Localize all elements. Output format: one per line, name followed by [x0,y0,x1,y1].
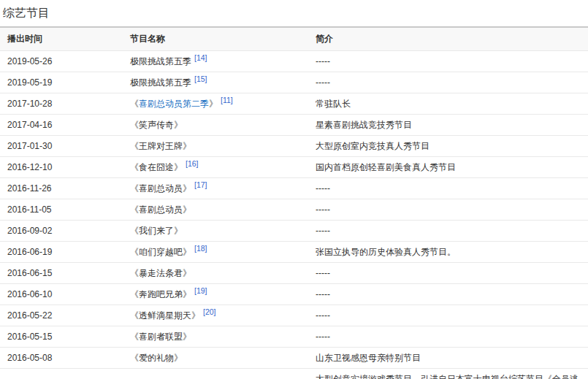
book-title-close-mark: 》 [183,204,191,215]
book-title-open-mark: 《 [130,204,139,215]
reference-link[interactable]: [20] [203,307,216,316]
program-title-text: 极限挑战第五季 [130,56,191,66]
book-title-open-mark: 《 [130,310,139,321]
book-title-close-mark: 》 [183,183,191,194]
table-row: 2016-06-15《暴走法条君》----- [0,263,588,284]
column-header-intro: 简介 [308,27,588,51]
air-date-cell: 2019-05-26 [0,51,123,72]
intro-cell: 星素喜剧挑战竞技秀节目 [308,115,588,136]
table-row: 2016-06-19《咱们穿越吧》[18]张国立执导的历史体验真人秀节目。 [0,242,588,263]
program-name-cell: 《咱们穿越吧》[18] [123,242,308,263]
program-title-text: 咱们穿越吧 [139,247,183,257]
intro-cell: ----- [308,199,588,221]
table-row: 2019-05-19极限挑战第五季[15]----- [0,72,588,93]
program-name-cell: 《喜剧总动员》[17] [123,178,308,199]
book-title-close-mark: 》 [191,310,200,321]
program-title-text: 喜剧者联盟 [139,332,183,342]
reference-link[interactable]: [18] [194,244,207,253]
book-title-open-mark: 《 [130,268,139,278]
air-date-cell: 2016-06-15 [0,263,123,284]
reference-link[interactable]: [19] [194,286,207,295]
air-date-cell: 2016-11-05 [0,199,123,221]
air-date-cell: 2017-01-30 [0,136,123,157]
intro-cell: 大型原创室内竞技真人秀节目 [308,136,588,157]
air-date-cell: 2016-12-10 [0,157,123,178]
air-date-cell: 2016-06-19 [0,242,123,263]
intro-cell: ----- [308,305,588,326]
table-row: 2016-05-08《爱的礼物》山东卫视感恩母亲特别节目 [0,348,588,369]
intro-cell: ----- [308,221,588,242]
program-name-cell: 《王牌对王牌》 [123,136,308,157]
book-title-open-mark: 《 [130,141,139,151]
intro-cell: 山东卫视感恩母亲特别节目 [308,348,588,369]
program-title-text: 奔跑吧兄弟 [139,289,183,299]
intro-cell: ----- [308,263,588,284]
intro-cell: 常驻队长 [308,93,588,115]
program-title-text: 王牌对王牌 [139,141,183,151]
book-title-open-mark: 《 [130,183,139,194]
table-row: 2017-04-16《笑声传奇》星素喜剧挑战竞技秀节目 [0,115,588,136]
program-name-cell: 《笑声传奇》 [123,115,308,136]
program-name-cell: 极限挑战第五季[15] [123,72,308,93]
book-title-open-mark: 《 [130,99,139,109]
book-title-open-mark: 《 [130,120,139,130]
column-header-air-date: 播出时间 [0,27,123,51]
book-title-close-mark: 》 [174,162,183,172]
intro-cell: 国内首档原创轻喜剧美食真人秀节目 [308,157,588,178]
table-header: 播出时间 节目名称 简介 [0,27,588,51]
variety-shows-table: 播出时间 节目名称 简介 2019-05-26极限挑战第五季[14]-----2… [0,26,588,379]
program-name-cell: 极限挑战第五季[14] [123,51,308,72]
program-title-text: 喜剧总动员 [139,204,183,215]
book-title-open-mark: 《 [130,332,139,342]
air-date-cell: 2016-05-22 [0,305,123,326]
program-name-cell: 《暴走法条君》 [123,263,308,284]
book-title-close-mark: 》 [183,332,191,342]
intro-cell: 大型创意实境游戏秀节目，引进自日本富士电视台综艺节目《全员逃走中》 [308,369,588,379]
book-title-close-mark: 》 [183,289,191,299]
table-row: 2016-09-02《我们来了》----- [0,221,588,242]
program-title-text: 喜剧总动员 [139,183,183,194]
shows-table-body: 2019-05-26极限挑战第五季[14]-----2019-05-19极限挑战… [0,51,588,379]
reference-link[interactable]: [15] [194,74,207,83]
program-title-text: 爱的礼物 [139,353,174,363]
program-name-cell: 《透鲜滴星期天》[20] [123,305,308,326]
air-date-cell: 2017-04-16 [0,115,123,136]
air-date-cell: 2016-06-10 [0,284,123,305]
air-date-cell: 2019-05-19 [0,72,123,93]
reference-link[interactable]: [16] [186,159,199,168]
table-row: 2016-12-10《食在囧途》[16]国内首档原创轻喜剧美食真人秀节目 [0,157,588,178]
table-row: 2019-05-26极限挑战第五季[14]----- [0,51,588,72]
program-title-text: 透鲜滴星期天 [139,310,191,321]
program-name-cell: 《奔跑吧兄弟》[19] [123,284,308,305]
program-name-cell: 《喜剧总动员第二季》[11] [123,93,308,115]
intro-cell: 张国立执导的历史体验真人秀节目。 [308,242,588,263]
program-name-cell: 《爱的礼物》 [123,348,308,369]
program-title-link[interactable]: 喜剧总动员第二季 [139,99,209,109]
book-title-close-mark: 》 [183,247,191,257]
reference-link[interactable]: [17] [194,180,207,189]
book-title-open-mark: 《 [130,226,139,236]
table-row: 2016-05-15《喜剧者联盟》----- [0,326,588,348]
air-date-cell: 2016-05-15 [0,326,123,348]
air-date-cell: 2017-10-28 [0,93,123,115]
table-row: 2016-11-05《喜剧总动员》----- [0,199,588,221]
program-title-text: 暴走法条君 [139,268,183,278]
air-date-cell: 2016-11-26 [0,178,123,199]
program-name-cell: 《喜剧者联盟》 [123,326,308,348]
reference-link[interactable]: [11] [221,96,233,104]
table-row: 2016-04-29《全员加速中》[21]大型创意实境游戏秀节目，引进自日本富士… [0,369,588,379]
table-row: 2016-05-22《透鲜滴星期天》[20]----- [0,305,588,326]
program-title-text: 笑声传奇 [139,120,174,130]
table-row: 2017-01-30《王牌对王牌》大型原创室内竞技真人秀节目 [0,136,588,157]
reference-link[interactable]: [14] [194,53,207,62]
book-title-open-mark: 《 [130,289,139,299]
program-name-cell: 《全员加速中》[21] [123,369,308,379]
book-title-open-mark: 《 [130,247,139,257]
air-date-cell: 2016-09-02 [0,221,123,242]
intro-cell: ----- [308,72,588,93]
intro-cell: ----- [308,284,588,305]
intro-cell: ----- [308,178,588,199]
table-row: 2017-10-28《喜剧总动员第二季》[11]常驻队长 [0,93,588,115]
program-title-text: 极限挑战第五季 [130,77,191,88]
air-date-cell: 2016-05-08 [0,348,123,369]
